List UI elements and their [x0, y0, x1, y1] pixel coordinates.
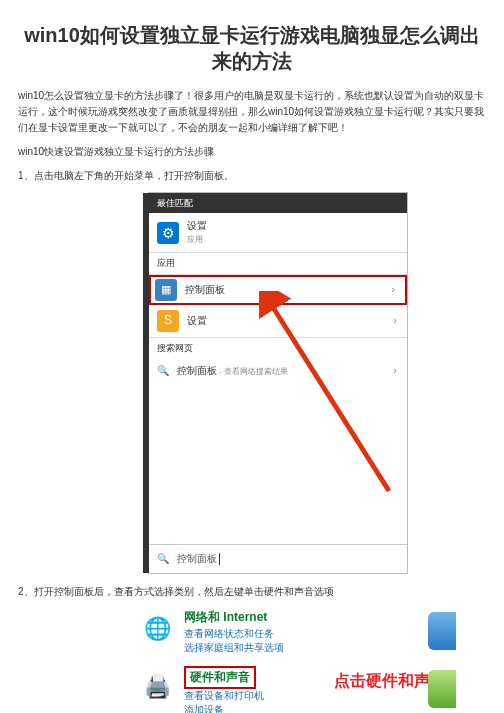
subheading: win10快速设置游戏独立显卡运行的方法步骤	[18, 144, 486, 160]
settings-item-2[interactable]: S 设置 ›	[149, 305, 407, 337]
page-title: win10如何设置独立显卡运行游戏电脑独显怎么调出来的方法	[18, 22, 486, 74]
settings-orange-icon: S	[157, 310, 179, 332]
search-input-row[interactable]: 🔍 控制面板	[149, 544, 407, 573]
search-web-header: 搜索网页	[149, 337, 407, 358]
search-input-value: 控制面板	[177, 551, 217, 567]
network-link-1[interactable]: 查看网络状态和任务	[184, 627, 438, 641]
chevron-right-icon: ›	[391, 281, 395, 299]
intro-paragraph: win10怎么设置独立显卡的方法步骤了！很多用户的电脑是双显卡运行的，系统也默认…	[18, 88, 486, 136]
web-result-label: 控制面板	[177, 365, 217, 376]
right-fragment-icons	[428, 612, 456, 713]
settings-item[interactable]: ⚙ 设置 应用	[149, 213, 407, 252]
screenshot-start-menu: 最佳匹配 ⚙ 设置 应用 应用 ▦ 控制面板 › S 设置 › 搜索网页 🔍 控…	[148, 192, 408, 574]
gear-icon: ⚙	[157, 222, 179, 244]
best-match-header: 最佳匹配	[149, 193, 407, 213]
hardware-sound-title: 硬件和声音	[184, 666, 256, 689]
web-result-item[interactable]: 🔍 控制面板 - 查看网络搜索结果 ›	[149, 358, 407, 384]
settings2-label: 设置	[187, 313, 207, 329]
step-1: 1、点击电脑左下角的开始菜单，打开控制面板。	[18, 168, 486, 184]
search-icon: 🔍	[157, 551, 171, 567]
control-panel-label: 控制面板	[185, 282, 225, 298]
category-network[interactable]: 🌐 网络和 Internet 查看网络状态和任务 选择家庭组和共享选项	[138, 608, 438, 656]
printer-icon: 🖨️	[138, 668, 176, 706]
control-panel-item[interactable]: ▦ 控制面板 ›	[149, 275, 407, 305]
globe-icon: 🌐	[138, 610, 176, 648]
web-result-sub: - 查看网络搜索结果	[217, 367, 288, 376]
search-icon: 🔍	[157, 363, 171, 379]
control-panel-icon: ▦	[155, 279, 177, 301]
settings-sublabel: 应用	[187, 234, 207, 247]
step-2: 2、打开控制面板后，查看方式选择类别，然后左键单击硬件和声音选项	[18, 584, 486, 600]
network-link-2[interactable]: 选择家庭组和共享选项	[184, 641, 438, 655]
screenshot-control-panel: 🌐 网络和 Internet 查看网络状态和任务 选择家庭组和共享选项 🖨️ 硬…	[138, 608, 438, 713]
settings-label: 设置	[187, 218, 207, 234]
apps-header: 应用	[149, 252, 407, 274]
network-title: 网络和 Internet	[184, 608, 438, 627]
chevron-right-icon: ›	[393, 312, 397, 330]
chevron-right-icon: ›	[393, 362, 397, 380]
hw-link-2[interactable]: 添加设备	[184, 703, 438, 713]
